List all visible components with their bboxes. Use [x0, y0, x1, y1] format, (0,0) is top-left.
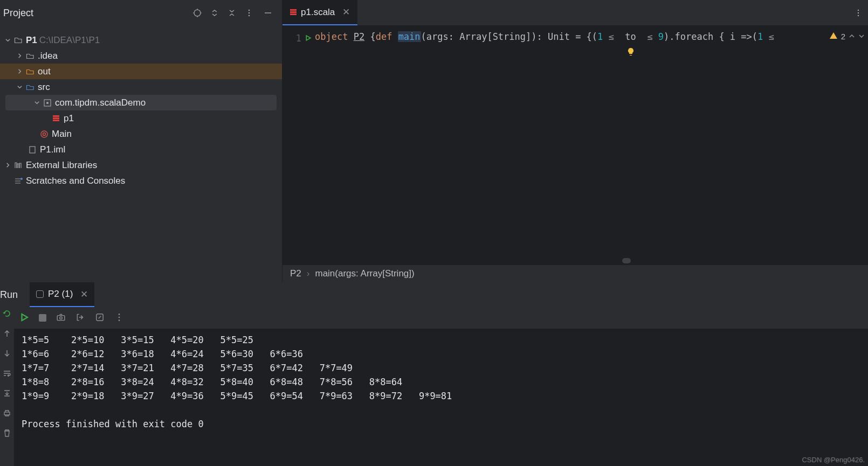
tree-item-out[interactable]: out: [0, 64, 282, 79]
chevron-down-icon[interactable]: [858, 32, 865, 41]
svg-point-5: [47, 102, 49, 103]
run-tab[interactable]: P2 (1) ✕: [30, 282, 94, 307]
breadcrumb-item[interactable]: P2: [290, 268, 301, 279]
tree-item-p1[interactable]: p1: [0, 110, 282, 126]
more-vert-icon[interactable]: [243, 7, 255, 19]
run-tab-label: P2 (1): [48, 289, 73, 300]
run-panel-header: Run P2 (1) ✕: [0, 282, 868, 307]
editor-tab-label: p1.scala: [301, 7, 335, 18]
console-line: 1*6=6 2*6=12 3*6=18 4*6=24 5*6=30 6*6=36: [22, 349, 303, 359]
package-icon: [42, 99, 53, 107]
camera-icon[interactable]: [56, 312, 66, 324]
svg-point-2: [249, 12, 250, 14]
tree-item-label: .idea: [38, 51, 58, 61]
library-icon: [13, 161, 24, 170]
svg-point-1: [249, 10, 250, 11]
more-vert-icon[interactable]: [854, 0, 868, 25]
svg-point-10: [858, 9, 859, 11]
tree-item-src[interactable]: src: [0, 79, 282, 95]
panel-title-text: Project: [3, 8, 33, 19]
arrow-up-icon[interactable]: [3, 329, 11, 339]
tree-item-external-libraries[interactable]: External Libraries: [0, 157, 282, 173]
run-icon[interactable]: [305, 33, 312, 44]
horizontal-scrollbar[interactable]: [622, 258, 631, 263]
tree-item-label: p1: [64, 113, 74, 124]
svg-point-15: [60, 316, 63, 319]
folder-icon: [25, 83, 36, 92]
svg-point-0: [194, 10, 201, 16]
tree-root-name: P1: [26, 35, 37, 46]
folder-icon: [25, 67, 36, 76]
module-icon: [27, 145, 38, 154]
svg-point-3: [249, 15, 250, 17]
tree-root[interactable]: P1 C:\IDEA\P1\P1: [0, 32, 282, 48]
run-config-icon: [36, 290, 44, 298]
svg-point-11: [858, 12, 859, 13]
breadcrumb: P2 › main(args: Array[String]): [283, 265, 868, 282]
run-gutter: [0, 307, 14, 466]
gutter: 1: [283, 26, 315, 265]
tree-item-package[interactable]: com.tipdm.scalaDemo: [5, 95, 277, 110]
svg-rect-8: [30, 147, 35, 153]
run-toolbar: [14, 307, 868, 329]
tree-item-label: com.tipdm.scalaDemo: [55, 98, 146, 108]
project-tree: P1 C:\IDEA\P1\P1 .idea out: [0, 26, 282, 189]
stop-icon[interactable]: [39, 314, 46, 322]
close-icon[interactable]: ✕: [342, 6, 350, 18]
tree-item-label: out: [38, 66, 51, 77]
watermark: CSDN @Peng0426.: [802, 456, 865, 464]
edit-icon[interactable]: [95, 312, 105, 324]
tree-item-idea[interactable]: .idea: [0, 48, 282, 64]
svg-rect-13: [4, 412, 10, 415]
expand-collapse-icon[interactable]: [209, 7, 221, 19]
rerun-icon[interactable]: [3, 309, 11, 319]
tree-item-main[interactable]: Main: [0, 126, 282, 142]
tree-item-scratches[interactable]: › Scratches and Consoles: [0, 173, 282, 189]
project-panel-header: Project: [0, 0, 282, 26]
more-vert-icon[interactable]: [114, 312, 124, 324]
svg-point-9: [20, 178, 23, 180]
scroll-to-end-icon[interactable]: [3, 389, 11, 399]
collapse-all-icon[interactable]: [226, 7, 238, 19]
lightbulb-icon[interactable]: [626, 47, 635, 58]
project-panel-title[interactable]: Project: [3, 8, 39, 19]
code-area[interactable]: 1 object P2 {def main(args: Array[String…: [283, 26, 868, 265]
console-line: 1*8=8 2*8=16 3*8=24 4*8=32 5*8=40 6*8=48…: [22, 377, 402, 387]
editor-area: p1.scala ✕ 1 object P2 {def: [283, 0, 868, 282]
code-line: object P2 {def main(args: Array[String])…: [315, 26, 774, 265]
breadcrumb-item[interactable]: main(args: Array[String]): [315, 268, 414, 279]
folder-icon: [13, 36, 24, 45]
tree-item-label: Main: [52, 129, 72, 140]
arrow-down-icon[interactable]: [3, 349, 11, 359]
svg-rect-14: [57, 315, 65, 320]
editor-tab-p1[interactable]: p1.scala ✕: [283, 0, 357, 25]
console-output[interactable]: 1*5=5 2*5=10 3*5=15 4*5=20 5*5=25 1*6=6 …: [14, 329, 868, 431]
console-line: 1*5=5 2*5=10 3*5=15 4*5=20 5*5=25: [22, 335, 253, 345]
target-icon[interactable]: [191, 7, 203, 19]
inspection-widget[interactable]: 2: [829, 31, 865, 41]
svg-point-6: [41, 131, 47, 137]
tree-item-label: External Libraries: [26, 160, 97, 171]
soft-wrap-icon[interactable]: [3, 369, 11, 379]
svg-point-19: [119, 319, 120, 321]
line-number: 1: [296, 33, 301, 44]
console-line: 1*7=7 2*7=14 3*7=21 4*7=28 5*7=35 6*7=42…: [22, 363, 353, 373]
print-icon[interactable]: [3, 409, 11, 419]
tree-root-path: C:\IDEA\P1\P1: [39, 35, 100, 46]
close-icon[interactable]: ✕: [80, 289, 88, 300]
scala-icon: [290, 9, 297, 15]
warning-count: 2: [841, 32, 845, 41]
warning-icon: [829, 31, 838, 41]
run-icon[interactable]: [19, 312, 29, 324]
editor-tab-bar: p1.scala ✕: [283, 0, 868, 26]
run-panel: Run P2 (1) ✕: [0, 282, 868, 466]
console-line: Process finished with exit code 0: [22, 419, 204, 429]
trash-icon[interactable]: [3, 429, 11, 439]
exit-icon[interactable]: [75, 312, 85, 324]
scala-icon: [51, 115, 61, 121]
tree-item-iml[interactable]: P1.iml: [0, 142, 282, 157]
minimize-icon[interactable]: [260, 7, 275, 19]
svg-point-12: [858, 15, 859, 16]
chevron-up-icon[interactable]: [849, 32, 855, 41]
svg-point-7: [43, 133, 46, 135]
